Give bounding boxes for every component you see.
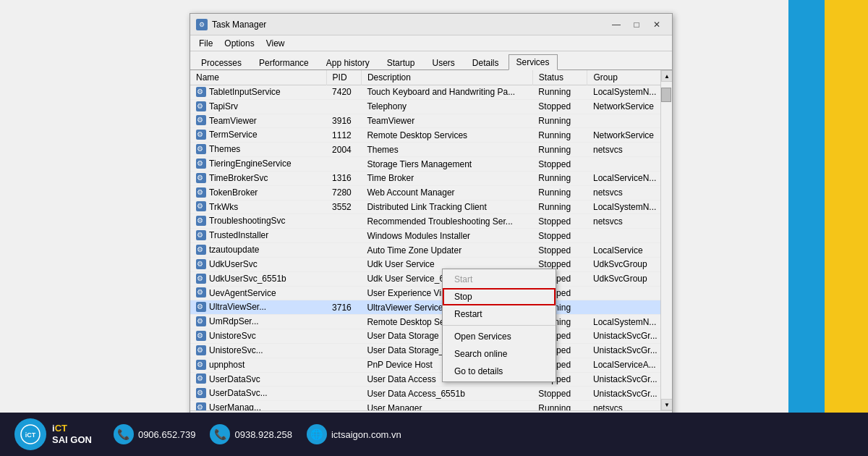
cell-pid: 1316 bbox=[326, 171, 361, 185]
phone-number-1: 0906.652.739 bbox=[138, 429, 196, 440]
cell-status: Stopped bbox=[532, 229, 587, 243]
service-icon bbox=[196, 388, 206, 398]
table-row[interactable]: UltraViewSer...3716UltraViewer ServiceRu… bbox=[190, 300, 672, 315]
cell-status: Running bbox=[532, 401, 587, 410]
window-title: Task Manager bbox=[212, 20, 607, 30]
context-menu-go-to-details[interactable]: Go to details bbox=[443, 363, 556, 380]
col-status[interactable]: Status bbox=[532, 70, 587, 85]
col-description[interactable]: Description bbox=[361, 70, 532, 85]
table-row[interactable]: TrustedInstallerWindows Modules Installe… bbox=[190, 229, 672, 243]
service-icon bbox=[196, 230, 206, 240]
service-icon bbox=[196, 87, 206, 97]
table-row[interactable]: UnistoreSvc...User Data Storage_6551bSto… bbox=[190, 343, 672, 358]
close-button[interactable]: ✕ bbox=[647, 17, 666, 32]
service-icon bbox=[196, 402, 206, 410]
tab-app-history[interactable]: App history bbox=[318, 55, 378, 70]
cell-description: User Data Access_6551b bbox=[361, 387, 532, 401]
table-row[interactable]: TimeBrokerSvc1316Time BrokerRunningLocal… bbox=[190, 171, 672, 185]
menu-view[interactable]: View bbox=[260, 37, 291, 50]
cell-pid bbox=[326, 243, 361, 258]
contact-phone-2: 📞 0938.928.258 bbox=[210, 424, 292, 444]
tab-performance[interactable]: Performance bbox=[251, 55, 317, 70]
table-row[interactable]: TabletInputService7420Touch Keyboard and… bbox=[190, 85, 672, 100]
bottom-bar: iCT iCT SAI GON 📞 0906.652.739 📞 0938.92… bbox=[0, 413, 868, 456]
service-icon bbox=[196, 159, 206, 169]
cell-description: Auto Time Zone Updater bbox=[361, 243, 532, 258]
cell-pid: 3552 bbox=[326, 200, 361, 214]
context-menu-open-services[interactable]: Open Services bbox=[443, 328, 556, 345]
tab-startup[interactable]: Startup bbox=[379, 55, 423, 70]
table-row[interactable]: UserDataSvc...User Data Access_6551bStop… bbox=[190, 387, 672, 401]
cell-description: Telephony bbox=[361, 99, 532, 114]
scroll-down-arrow[interactable]: ▼ bbox=[661, 399, 672, 410]
cell-pid bbox=[326, 315, 361, 329]
cell-name: TabletInputService bbox=[190, 85, 326, 100]
col-pid[interactable]: PID bbox=[326, 70, 361, 85]
table-row[interactable]: TieringEngineServiceStorage Tiers Manage… bbox=[190, 157, 672, 172]
table-row[interactable]: UnistoreSvcUser Data StorageStoppedUnist… bbox=[190, 329, 672, 344]
cell-name: TrustedInstaller bbox=[190, 229, 326, 243]
table-row[interactable]: Themes2004ThemesRunningnetsvcs bbox=[190, 143, 672, 157]
tab-services[interactable]: Services bbox=[509, 54, 558, 70]
table-row[interactable]: TroubleshootingSvcRecommended Troublesho… bbox=[190, 214, 672, 229]
cell-name: UserManag... bbox=[190, 401, 326, 410]
cell-description: Remote Desktop Services bbox=[361, 128, 532, 143]
scrollbar[interactable]: ▲ ▼ bbox=[660, 70, 672, 410]
table-row[interactable]: UserDataSvcUser Data AccessStoppedUnista… bbox=[190, 372, 672, 387]
cell-name: tzautoupdate bbox=[190, 243, 326, 258]
table-row[interactable]: UdkUserSvc_6551bUdk User Service_6551bSt… bbox=[190, 271, 672, 286]
table-container: Name PID Description Status Group Tablet… bbox=[190, 70, 672, 410]
cell-group: UnistackSvcGr... bbox=[587, 372, 672, 387]
cell-pid: 1112 bbox=[326, 128, 361, 143]
scroll-up-arrow[interactable]: ▲ bbox=[661, 70, 672, 82]
cell-pid: 2004 bbox=[326, 143, 361, 157]
tab-users[interactable]: Users bbox=[424, 55, 462, 70]
minimize-button[interactable]: — bbox=[607, 17, 626, 32]
context-menu: Start Stop Restart Open Services Search … bbox=[442, 269, 556, 382]
table-row[interactable]: TermService1112Remote Desktop ServicesRu… bbox=[190, 128, 672, 143]
service-icon bbox=[196, 373, 206, 384]
cell-pid bbox=[326, 372, 361, 387]
table-row[interactable]: TeamViewer3916TeamViewerRunning bbox=[190, 114, 672, 128]
table-row[interactable]: UmRdpSer...Remote Desktop Services UserM… bbox=[190, 315, 672, 329]
cell-pid bbox=[326, 214, 361, 229]
cell-description: User Manager bbox=[361, 401, 532, 410]
cell-group: netsvcs bbox=[587, 143, 672, 157]
table-row[interactable]: TapiSrvTelephonyStoppedNetworkService bbox=[190, 99, 672, 114]
tab-processes[interactable]: Processes bbox=[193, 55, 250, 70]
context-menu-search-online[interactable]: Search online bbox=[443, 345, 556, 363]
cell-status: Stopped bbox=[532, 243, 587, 258]
col-group[interactable]: Group bbox=[587, 70, 672, 85]
window-controls: — □ ✕ bbox=[607, 17, 666, 32]
logo-text: iCT SAI GON bbox=[52, 423, 92, 445]
context-menu-start[interactable]: Start bbox=[443, 271, 556, 288]
table-row[interactable]: TokenBroker7280Web Account ManagerRunnin… bbox=[190, 185, 672, 200]
tab-details[interactable]: Details bbox=[464, 55, 507, 70]
cell-description: Windows Modules Installer bbox=[361, 229, 532, 243]
table-row[interactable]: UevAgentServiceUser Experience Virtualiz… bbox=[190, 286, 672, 300]
cell-group bbox=[587, 286, 672, 300]
context-menu-stop[interactable]: Stop bbox=[443, 288, 556, 305]
cell-group: LocalSystemN... bbox=[587, 200, 672, 214]
menu-file[interactable]: File bbox=[193, 37, 218, 50]
cell-description: Recommended Troubleshooting Ser... bbox=[361, 214, 532, 229]
table-row[interactable]: upnphostPnP Device HostStoppedLocalServi… bbox=[190, 358, 672, 372]
menu-options[interactable]: Options bbox=[218, 37, 260, 50]
scroll-thumb[interactable] bbox=[661, 88, 671, 102]
table-row[interactable]: UserManag...User ManagerRunningnetsvcs bbox=[190, 401, 672, 410]
table-row[interactable]: TrkWks3552Distributed Link Tracking Clie… bbox=[190, 200, 672, 214]
table-row[interactable]: tzautoupdateAuto Time Zone UpdaterStoppe… bbox=[190, 243, 672, 258]
cell-group: UnistackSvcGr... bbox=[587, 343, 672, 358]
cell-name: UevAgentService bbox=[190, 286, 326, 300]
table-row[interactable]: UdkUserSvcUdk User ServiceStoppedUdkSvcG… bbox=[190, 257, 672, 271]
cell-status: Running bbox=[532, 171, 587, 185]
cell-name: UserDataSvc bbox=[190, 372, 326, 387]
maximize-button[interactable]: □ bbox=[627, 17, 646, 32]
cell-status: Stopped bbox=[532, 387, 587, 401]
table-header-row: Name PID Description Status Group bbox=[190, 70, 672, 85]
context-menu-restart[interactable]: Restart bbox=[443, 305, 556, 323]
cell-name: TieringEngineService bbox=[190, 157, 326, 172]
services-table: Name PID Description Status Group Tablet… bbox=[190, 70, 672, 410]
cell-status: Stopped bbox=[532, 99, 587, 114]
col-name[interactable]: Name bbox=[190, 70, 326, 85]
